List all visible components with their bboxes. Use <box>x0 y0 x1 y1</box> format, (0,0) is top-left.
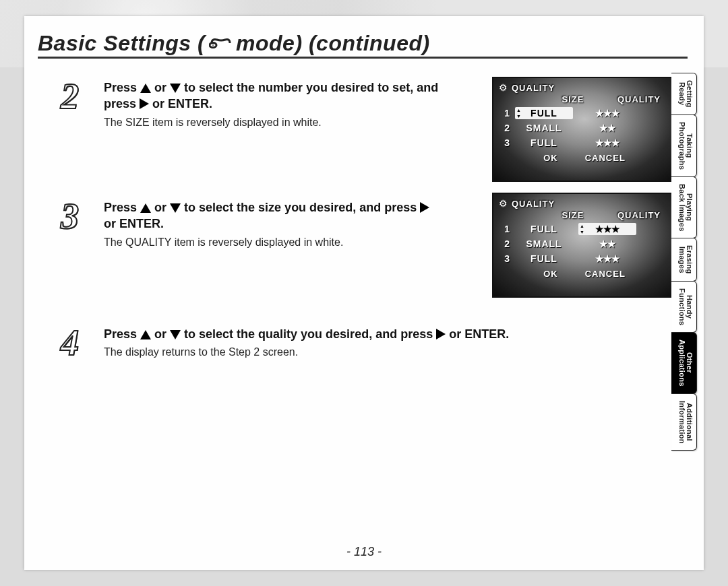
page-number: - 113 - <box>24 545 704 559</box>
setup-mode-icon <box>209 31 232 56</box>
tab-handy-functions[interactable]: HandyFunctions <box>671 281 697 333</box>
up-arrow-icon <box>140 203 151 213</box>
lcd-screenshot-size-selected: ⚙ QUALITY SIZE QUALITY 1 FULL ★★★ 2 SMAL… <box>492 77 677 182</box>
down-arrow-icon <box>170 330 181 339</box>
step-number: 2 <box>61 75 79 117</box>
lcd-quality-cell: ★★★ <box>578 253 636 265</box>
gear-icon: ⚙ <box>499 82 508 93</box>
lcd-menu-title: QUALITY <box>512 199 555 209</box>
lcd-row-num: 1 <box>499 224 510 234</box>
lcd-size-cell: SMALL <box>515 122 573 134</box>
lcd-ok: OK <box>543 269 558 279</box>
lcd-size-cell: FULL <box>515 223 573 235</box>
lcd-menu-title: QUALITY <box>512 83 555 93</box>
step-note: The QUALITY item is reversely displayed … <box>104 236 441 249</box>
lcd-header-quality: QUALITY <box>612 210 666 220</box>
lcd-ok: OK <box>543 153 558 163</box>
title-suffix: mode) (continued) <box>236 31 430 56</box>
up-arrow-icon <box>140 84 151 93</box>
title-underline <box>38 57 688 59</box>
lcd-row-num: 1 <box>499 108 510 119</box>
down-arrow-icon <box>170 203 181 213</box>
lcd-size-cell: FULL <box>515 107 573 119</box>
step-number: 4 <box>61 322 79 364</box>
lcd-size-cell: FULL <box>515 137 573 149</box>
right-arrow-icon <box>140 98 149 109</box>
step-note: The display returns to the Step 2 screen… <box>104 346 663 358</box>
side-tabs: GettingReady TakingPhotographs PlayingBa… <box>671 73 697 451</box>
svg-point-1 <box>212 44 214 46</box>
right-arrow-icon <box>420 202 429 213</box>
step-note: The SIZE item is reversely displayed in … <box>104 117 441 129</box>
gear-icon: ⚙ <box>499 198 508 209</box>
lcd-cancel: CANCEL <box>585 153 626 163</box>
step-number: 3 <box>61 195 79 237</box>
lcd-screenshot-quality-selected: ⚙ QUALITY SIZE QUALITY 1 FULL ★★★ 2 SMAL… <box>492 193 677 298</box>
step-instruction: Press or to select the size you desired,… <box>104 199 441 232</box>
tab-erasing-images[interactable]: ErasingImages <box>671 238 697 281</box>
right-arrow-icon <box>436 329 446 339</box>
lcd-quality-cell: ★★★ <box>578 137 636 149</box>
lcd-row-num: 2 <box>499 123 510 133</box>
lcd-quality-cell: ★★ <box>578 122 636 134</box>
step-instruction: Press or to select the quality you desir… <box>104 326 663 342</box>
tab-playing-back-images[interactable]: PlayingBack Images <box>671 176 697 239</box>
lcd-quality-cell: ★★★ <box>578 223 636 235</box>
lcd-row-num: 3 <box>499 137 510 148</box>
tab-getting-ready[interactable]: GettingReady <box>671 73 697 115</box>
title-prefix: Basic Settings ( <box>38 31 205 56</box>
down-arrow-icon <box>170 84 181 93</box>
lcd-row-num: 3 <box>499 253 510 264</box>
step-4: 4 Press or to select the quality you des… <box>61 326 667 358</box>
tab-taking-photographs[interactable]: TakingPhotographs <box>671 115 697 177</box>
lcd-quality-cell: ★★★ <box>578 107 636 119</box>
lcd-header-quality: QUALITY <box>612 94 666 104</box>
lcd-header-size: SIZE <box>546 210 600 220</box>
tab-other-applications[interactable]: OtherApplications <box>671 332 697 394</box>
step-instruction: Press or to select the number you desire… <box>104 79 441 112</box>
page-title: Basic Settings ( mode) (continued) <box>38 31 430 56</box>
lcd-header-size: SIZE <box>546 94 600 104</box>
lcd-quality-cell: ★★ <box>578 238 636 250</box>
lcd-size-cell: FULL <box>515 253 573 265</box>
tab-additional-information[interactable]: AdditionalInformation <box>671 393 697 451</box>
lcd-row-num: 2 <box>499 238 510 249</box>
up-arrow-icon <box>140 330 151 339</box>
lcd-cancel: CANCEL <box>585 269 626 279</box>
manual-page: Basic Settings ( mode) (continued) 2 Pre… <box>24 16 704 570</box>
lcd-size-cell: SMALL <box>515 238 573 250</box>
